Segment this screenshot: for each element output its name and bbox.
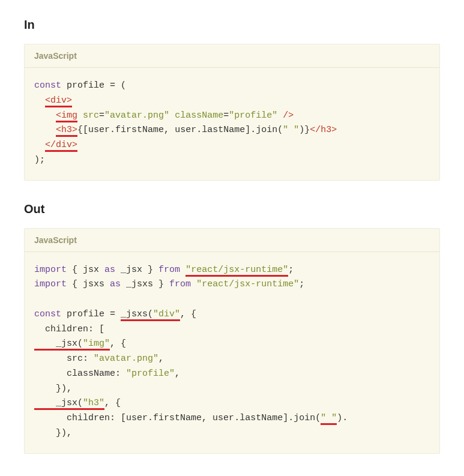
code-token: src	[34, 354, 83, 364]
code-body-out: import { jsx as _jsx } from "react/jsx-r…	[25, 252, 439, 453]
code-token: firstName	[153, 413, 202, 423]
code-token: ;	[288, 265, 294, 275]
code-token-jsx-img: _jsx("img"	[34, 339, 110, 351]
code-token: "profile"	[229, 110, 277, 121]
code-token: jsxs	[83, 279, 104, 289]
code-token: className	[175, 110, 223, 121]
code-token: ;	[299, 279, 304, 289]
code-token: jsx	[83, 265, 99, 275]
code-body-in: const profile = ( <div> <img src="avatar…	[25, 68, 439, 180]
code-token-jsxs-call: _jsxs("div"	[121, 309, 180, 321]
code-token: firstName	[115, 125, 164, 135]
code-token: .	[288, 413, 294, 423]
code-token: user	[212, 413, 234, 423]
code-token: src	[83, 110, 99, 121]
code-token: "div"	[153, 309, 180, 319]
code-token: .	[110, 125, 115, 135]
code-token: </h3>	[310, 125, 337, 135]
code-token: join	[294, 413, 315, 423]
code-token: , {	[180, 309, 196, 319]
code-token: ]	[245, 125, 250, 135]
code-token: className	[34, 369, 115, 379]
code-token: ,	[164, 125, 175, 135]
code-token-h3-open: <h3>	[56, 125, 77, 137]
code-token: as	[104, 279, 126, 289]
code-token: children	[34, 324, 88, 334]
code-token: lastName	[202, 125, 245, 135]
code-token: user	[126, 413, 148, 423]
code-token: ,	[158, 354, 164, 364]
heading-out: Out	[24, 202, 440, 216]
code-token: .	[250, 125, 256, 135]
code-token: "profile"	[126, 369, 175, 379]
code-token: />	[277, 110, 294, 121]
code-token: "avatar.png"	[94, 354, 158, 364]
code-token: .	[196, 125, 202, 135]
code-token: .	[148, 413, 153, 423]
code-token: _jsx	[121, 265, 142, 275]
code-token-jsx-h3: _jsx("h3"	[34, 398, 104, 410]
code-token: )	[299, 125, 304, 135]
code-token: _jsxs	[121, 309, 148, 319]
code-token: const	[34, 309, 61, 319]
code-token: _jsx	[34, 398, 77, 408]
code-token: ]	[283, 413, 288, 423]
code-token-img-open: <img	[56, 110, 77, 122]
code-language-label: JavaScript	[34, 51, 77, 61]
code-token: (	[277, 125, 283, 135]
code-token: (	[77, 398, 83, 408]
heading-in: In	[24, 18, 440, 32]
code-token: :	[115, 369, 126, 379]
code-token: "react/jsx-runtime"	[196, 279, 299, 289]
code-token: const	[34, 80, 61, 91]
code-token: .	[234, 413, 240, 423]
code-token: : [	[88, 324, 104, 334]
code-token: , {	[104, 398, 121, 408]
code-token: }	[153, 279, 169, 289]
code-token: from	[158, 265, 180, 275]
code-token: =	[110, 309, 121, 319]
code-header: JavaScript	[25, 229, 439, 252]
code-token: {	[67, 265, 83, 275]
code-token: , {	[110, 339, 126, 349]
code-token: (	[148, 309, 153, 319]
code-token: {	[67, 279, 83, 289]
code-token: (	[315, 413, 321, 423]
code-token: children	[34, 413, 110, 423]
code-token: join	[256, 125, 277, 135]
code-token: }	[304, 125, 310, 135]
code-token-div-close: </div>	[45, 140, 77, 152]
code-token: }),	[34, 428, 72, 438]
code-token: import	[34, 279, 67, 289]
code-token: : [	[110, 413, 126, 423]
code-header: JavaScript	[25, 44, 439, 68]
code-token: user	[175, 125, 196, 135]
code-token: "img"	[83, 339, 110, 349]
code-token: " "	[283, 125, 299, 135]
code-token: profile	[61, 309, 110, 319]
code-token: profile	[61, 80, 110, 91]
code-token: );	[34, 155, 45, 165]
code-token: (	[77, 339, 83, 349]
code-token: lastName	[240, 413, 283, 423]
code-token: import	[34, 265, 67, 275]
code-token: user	[88, 125, 110, 135]
code-token: from	[169, 279, 191, 289]
code-token: }	[142, 265, 158, 275]
code-token-div-open: <div>	[45, 95, 72, 107]
code-token: ,	[175, 369, 180, 379]
code-token	[191, 279, 196, 289]
code-token: ,	[202, 413, 212, 423]
code-token	[180, 265, 185, 275]
code-token: :	[83, 354, 94, 364]
code-token: _jsx	[34, 339, 77, 349]
code-language-label: JavaScript	[34, 235, 77, 245]
code-token: }),	[34, 384, 72, 394]
code-token: _jsxs	[126, 279, 153, 289]
code-token: (	[115, 80, 126, 91]
code-token: .	[342, 413, 348, 423]
code-token: as	[99, 265, 121, 275]
code-block-in: JavaScript const profile = ( <div> <img …	[24, 44, 440, 181]
code-token: =	[110, 80, 115, 91]
code-token: [	[83, 125, 88, 135]
